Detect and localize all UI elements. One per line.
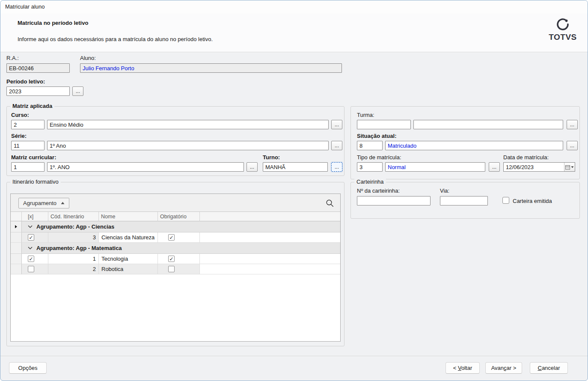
search-icon[interactable] [325,199,334,208]
table-row[interactable]: 2 Robotica [11,264,340,274]
data-matricula-input[interactable]: 12/06/2023 [503,162,575,172]
column-header-codigo[interactable]: Cód. Itinerário [48,212,99,221]
serie-label: Série: [11,133,27,139]
matriz-aplicada-title: Matriz aplicada [10,103,54,109]
tipo-matricula-name-display [385,162,485,172]
turno-browse-button[interactable]: ... [331,162,342,172]
situacao-browse-button[interactable]: ... [567,141,578,150]
row-indicator-cell [11,254,22,264]
row-select-checkbox[interactable] [28,266,34,272]
agrupamento-group-label: Agrupamento [23,200,56,206]
serie-code-input[interactable] [11,141,45,150]
obrigatorio-checkbox[interactable] [168,234,175,241]
periodo-letivo-label: Período letivo: [6,78,45,85]
data-matricula-value: 12/06/2023 [504,164,564,170]
ra-label: R.A.: [6,55,19,61]
carteira-emitida-checkbox[interactable] [502,197,509,204]
row-indicator-cell [11,264,22,274]
cancelar-button[interactable]: Cancelar [530,362,568,374]
row-indicator-cell [11,243,22,254]
voltar-label-post: oltar [461,365,472,371]
calendar-icon [565,165,570,170]
matriz-curricular-browse-button[interactable]: ... [246,162,258,172]
column-header-select[interactable]: [x] [22,212,48,221]
periodo-letivo-input[interactable] [6,86,70,96]
curso-code-input[interactable] [11,120,45,129]
avancar-button[interactable]: Avançar > [485,362,522,374]
group-label: Agrupamento: Agp - Matematica [36,245,122,251]
obrigatorio-checkbox[interactable] [168,266,175,272]
window-title: Matricular aluno [5,3,45,10]
codigo-cell: 1 [48,254,99,264]
aluno-input [80,63,342,73]
wizard-header: Matrícula no período letivo Informe aqui… [0,13,588,52]
row-filler-cell [200,232,340,243]
opcoes-button[interactable]: Opções [9,362,47,374]
situacao-atual-label: Situação atual: [357,133,396,139]
numero-carteirinha-input[interactable] [357,196,431,205]
obrigatorio-checkbox[interactable] [168,256,175,262]
table-row[interactable]: 3 Ciencias da Natureza [11,232,340,243]
turma-browse-button[interactable]: ... [567,120,578,129]
dropdown-arrow-icon [571,166,574,168]
avancar-label-post: ar > [507,365,517,371]
column-header-nome[interactable]: Nome [99,212,158,221]
nome-cell: Tecnologia [99,254,158,264]
voltar-button[interactable]: < Voltar [445,362,480,374]
group-row-ciencias[interactable]: Agrupamento: Agp - Ciencias [11,221,340,232]
current-row-icon [15,225,18,229]
turma-code-input[interactable] [357,120,411,129]
tipo-matricula-label: Tipo de matrícula: [357,154,401,161]
matriz-curricular-label: Matriz curricular: [11,154,56,161]
carteirinha-groupbox: Carteirinha Nº da carteirinha: Via: Cart… [350,182,580,219]
grid-groupby-panel: Agrupamento [11,194,340,212]
window-titlebar[interactable]: Matricular aluno [0,0,588,13]
tipo-matricula-code-input[interactable] [357,162,383,172]
row-indicator-cell [11,232,22,243]
tipo-matricula-browse-button[interactable]: ... [489,162,500,172]
carteira-emitida-label: Carteira emitida [513,198,552,204]
header-title: Matrícula no período letivo [18,20,88,26]
chevron-down-icon [28,247,33,250]
totvs-brand-text: TOTVS [545,33,581,42]
situacao-panel: Turma: ... Situação atual: ... Tipo de m… [350,106,580,179]
chevron-down-icon [28,225,33,228]
calendar-dropdown-button[interactable] [564,163,575,171]
group-row-matematica[interactable]: Agrupamento: Agp - Matematica [11,243,340,254]
cancelar-label-post: ancelar [542,365,560,371]
totvs-logo: TOTVS [545,18,581,42]
totvs-logo-icon [556,18,570,31]
column-header-obrigatorio[interactable]: Obrigatório [158,212,200,221]
column-header-filler [200,212,340,221]
itinerario-title: Itinerário formativo [10,179,61,185]
numero-carteirinha-label: Nº da carteirinha: [357,188,400,194]
opcoes-button-label: Opções [18,365,38,371]
codigo-cell: 3 [48,232,99,243]
carteirinha-title: Carteirinha [354,179,386,185]
row-select-checkbox[interactable] [28,234,34,241]
matricular-aluno-window: Matricular aluno Matrícula no período le… [0,0,588,381]
via-input[interactable] [440,196,488,205]
serie-browse-button[interactable]: ... [331,141,342,150]
row-select-checkbox[interactable] [28,256,34,262]
situacao-code-input[interactable] [357,141,383,150]
group-row-label-cell: Agrupamento: Agp - Ciencias [22,221,340,232]
via-label: Via: [440,188,449,194]
itinerario-groupbox: Itinerário formativo Agrupamento [x] [6,182,344,346]
turma-name-input[interactable] [413,120,563,129]
aluno-label: Aluno: [80,55,96,61]
table-row[interactable]: 1 Tecnologia [11,254,340,264]
sort-asc-icon [61,202,65,205]
curso-label: Curso: [11,112,29,118]
agrupamento-group-button[interactable]: Agrupamento [18,198,69,208]
turno-input[interactable] [263,162,328,172]
voltar-label-key: V [458,365,461,371]
turma-label: Turma: [357,112,374,118]
matriz-curricular-code-input[interactable] [11,162,45,172]
group-label: Agrupamento: Agp - Ciencias [36,223,114,230]
curso-browse-button[interactable]: ... [331,120,342,129]
codigo-cell: 2 [48,264,99,274]
serie-name-display [47,141,329,150]
nome-cell: Robotica [99,264,158,274]
periodo-letivo-browse-button[interactable]: ... [72,86,83,96]
